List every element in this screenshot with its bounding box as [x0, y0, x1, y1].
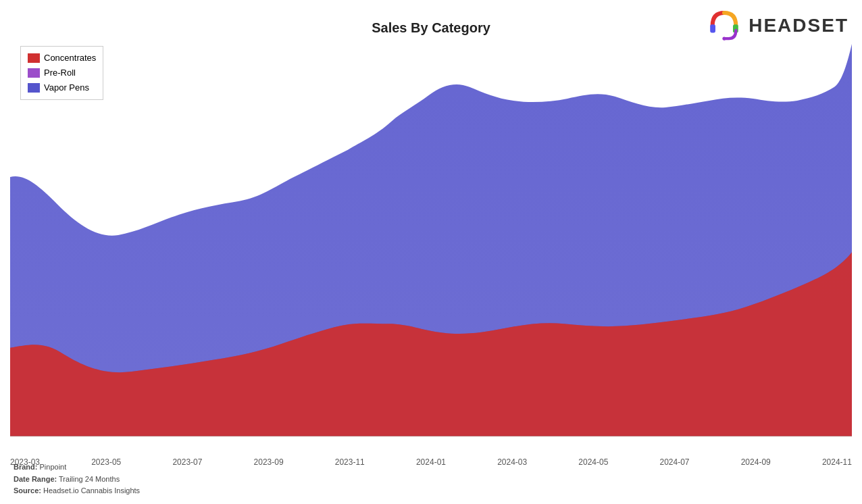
footer-date-range: Date Range: Trailing 24 Months	[14, 474, 140, 486]
x-label-3: 2023-09	[254, 457, 284, 467]
x-label-6: 2024-03	[497, 457, 527, 467]
svg-point-3	[723, 36, 726, 40]
page: HEADSET Sales By Category Concentrates P…	[0, 0, 862, 504]
x-label-10: 2024-11	[822, 457, 852, 467]
brand-value: Pinpoint	[40, 463, 67, 471]
chart-svg	[10, 41, 852, 436]
brand-label: Brand:	[14, 463, 37, 471]
x-label-2: 2023-07	[172, 457, 202, 467]
logo-area: HEADSET	[707, 8, 848, 43]
x-label-4: 2023-11	[335, 457, 365, 467]
chart-title: Sales By Category	[372, 20, 490, 36]
svg-rect-1	[710, 24, 715, 32]
source-label: Source:	[14, 486, 41, 495]
footer-brand: Brand: Pinpoint	[14, 461, 140, 474]
logo-text: HEADSET	[749, 15, 848, 36]
headset-icon	[707, 8, 742, 43]
date-range-label: Date Range:	[14, 475, 57, 483]
x-label-8: 2024-07	[660, 457, 690, 467]
date-range-value: Trailing 24 Months	[59, 475, 120, 483]
source-value: Headset.io Cannabis Insights	[43, 486, 140, 495]
x-label-7: 2024-05	[578, 457, 608, 467]
chart-area	[10, 41, 852, 436]
x-label-5: 2024-01	[416, 457, 446, 467]
footer-info: Brand: Pinpoint Date Range: Trailing 24 …	[14, 461, 140, 497]
footer-source: Source: Headset.io Cannabis Insights	[14, 485, 140, 497]
x-label-9: 2024-09	[741, 457, 771, 467]
